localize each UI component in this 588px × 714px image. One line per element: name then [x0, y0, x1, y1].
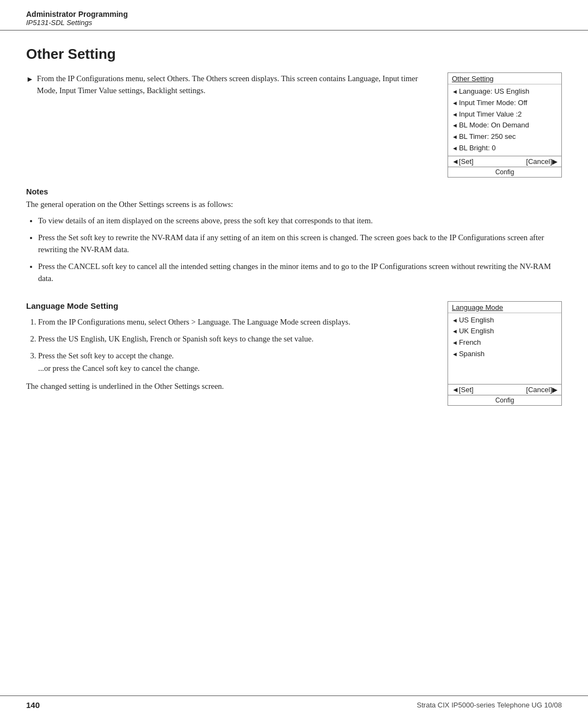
- screen1-row: ◄Language: US English: [452, 86, 558, 97]
- screen1-config-label: Config: [495, 168, 514, 176]
- intro-section: ► From the IP Configurations menu, selec…: [26, 72, 562, 178]
- screen2-row: ◄US English: [452, 315, 558, 326]
- screen2-config-label: Config: [495, 396, 514, 404]
- language-extra: The changed setting is underlined in the…: [26, 380, 437, 393]
- screen1-row: ◄BL Timer: 250 sec: [452, 131, 558, 143]
- header-subtitle: IP5131-SDL Settings: [26, 19, 562, 27]
- header-title: Administrator Programming: [26, 10, 562, 19]
- language-step-item: Press the US English, UK English, French…: [38, 333, 437, 345]
- notes-section: Notes The general operation on the Other…: [26, 187, 562, 290]
- screen1-set: ◄[Set]: [452, 157, 474, 166]
- notes-para: The general operation on the Other Setti…: [26, 198, 562, 210]
- intro-text: ► From the IP Configurations menu, selec…: [26, 72, 437, 178]
- screen1-row: ◄BL Bright: 0: [452, 143, 558, 154]
- screen1-box: Other Setting ◄Language: US English◄Inpu…: [448, 72, 562, 178]
- screen1-row: ◄Input Timer Value :2: [452, 109, 558, 120]
- language-step-item: From the IP Configurations menu, select …: [38, 316, 437, 328]
- screen1-body: ◄Language: US English◄Input Timer Mode: …: [448, 84, 561, 156]
- arrow-icon: ►: [26, 74, 34, 86]
- footer-page-number: 140: [26, 700, 40, 710]
- intro-bullet: ► From the IP Configurations menu, selec…: [26, 72, 437, 97]
- screen2-set: ◄[Set]: [452, 386, 474, 394]
- language-section: Language Mode Setting From the IP Config…: [26, 301, 562, 406]
- notes-bullets: To view details of an item displayed on …: [38, 215, 562, 284]
- page-heading: Other Setting: [26, 46, 562, 63]
- language-step-item: Press the Set soft key to accept the cha…: [38, 350, 437, 375]
- language-text: Language Mode Setting From the IP Config…: [26, 301, 437, 406]
- screen2-row: ◄UK English: [452, 326, 558, 337]
- notes-bullet-item: Press the CANCEL soft key to cancel all …: [38, 260, 562, 285]
- notes-title: Notes: [26, 187, 562, 196]
- notes-bullet-item: Press the Set soft key to rewrite the NV…: [38, 231, 562, 256]
- screen1-row: ◄Input Timer Mode: Off: [452, 97, 558, 109]
- screen1-title: Other Setting: [448, 73, 561, 84]
- screen2-body: ◄US English◄UK English◄French◄Spanish: [448, 313, 561, 385]
- screen1-row: ◄BL Mode: On Demand: [452, 120, 558, 131]
- screen2-title: Language Mode: [448, 302, 561, 313]
- main-content: Other Setting ► From the IP Configuratio…: [0, 30, 588, 695]
- screen2-config: Config: [448, 395, 561, 405]
- screen1-footer: ◄[Set] [Cancel]▶: [448, 156, 561, 167]
- screen1-config: Config: [448, 167, 561, 177]
- screen2-row: ◄Spanish: [452, 349, 558, 360]
- screen2-cancel: [Cancel]▶: [526, 386, 558, 394]
- language-heading: Language Mode Setting: [26, 301, 437, 310]
- screen1-cancel: [Cancel]▶: [526, 157, 558, 166]
- notes-bullet-item: To view details of an item displayed on …: [38, 215, 562, 227]
- language-steps: From the IP Configurations menu, select …: [38, 316, 437, 375]
- screen2-footer: ◄[Set] [Cancel]▶: [448, 384, 561, 395]
- screen2-row: ◄French: [452, 337, 558, 349]
- page-footer: 140 Strata CIX IP5000-series Telephone U…: [0, 695, 588, 714]
- footer-info: Strata CIX IP5000-series Telephone UG 10…: [417, 701, 562, 709]
- page-header: Administrator Programming IP5131-SDL Set…: [0, 0, 588, 30]
- screen2-box: Language Mode ◄US English◄UK English◄Fre…: [448, 301, 562, 406]
